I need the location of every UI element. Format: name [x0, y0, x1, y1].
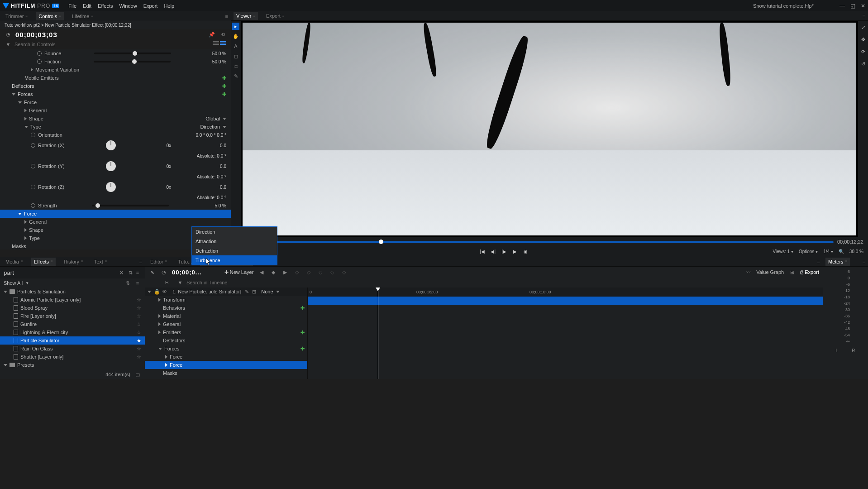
menu-window[interactable]: Window: [119, 3, 137, 9]
friction-value[interactable]: 50.0 %: [204, 59, 226, 64]
timeline-tracks[interactable]: 0 00;00;05;00 00;00;10;00: [308, 288, 823, 379]
add-icon[interactable]: ✚: [222, 91, 226, 97]
effects-search-input[interactable]: [4, 269, 119, 276]
timeline-clip[interactable]: [308, 297, 823, 305]
list-icon[interactable]: ≡: [134, 279, 141, 287]
expand-icon[interactable]: [24, 117, 27, 120]
kf-icon[interactable]: ◇: [293, 268, 300, 276]
keyframe-toggle[interactable]: [31, 133, 35, 137]
show-all-dropdown[interactable]: Show All: [4, 280, 23, 286]
sort-icon[interactable]: ⇅: [127, 269, 134, 276]
dropdown-item-attraction[interactable]: Attraction: [192, 236, 277, 246]
add-icon[interactable]: ✚: [222, 83, 226, 89]
layer-transform[interactable]: Transform: [163, 297, 186, 302]
graph-icon[interactable]: 〰: [744, 268, 752, 276]
loop-icon[interactable]: ◉: [522, 247, 530, 255]
layer-masks[interactable]: Masks: [163, 370, 177, 376]
slice-tool-icon[interactable]: ✂: [163, 279, 170, 286]
star-icon[interactable]: ☆: [137, 313, 141, 319]
tab-trimmer[interactable]: Trimmer≡: [3, 12, 30, 20]
timeline-timecode[interactable]: 00;00;0...: [172, 269, 202, 276]
export-button[interactable]: ⎙ Export: [800, 269, 819, 275]
text-tool-icon[interactable]: A: [232, 43, 239, 50]
panel-menu-icon[interactable]: ≡: [225, 14, 228, 19]
layer-behaviors[interactable]: Behaviors: [163, 305, 185, 311]
grid-icon[interactable]: ⊞: [250, 288, 258, 295]
collapse-icon[interactable]: [148, 291, 151, 293]
panel-menu-icon[interactable]: ≡: [139, 259, 142, 264]
orbit-tool-icon[interactable]: ⟳: [861, 49, 865, 55]
add-icon[interactable]: ✚: [300, 330, 305, 336]
layer-general[interactable]: General: [163, 321, 181, 327]
dropdown-item-turbulence[interactable]: Turbulence: [192, 255, 277, 265]
add-kf-icon[interactable]: ◆: [270, 268, 277, 276]
hand-tool-icon[interactable]: ✋: [232, 33, 239, 40]
layer-force-1[interactable]: Force: [170, 354, 182, 360]
fx-item[interactable]: Shatter [Layer only]: [20, 354, 63, 360]
expand-icon[interactable]: [4, 364, 7, 366]
prop-masks[interactable]: Masks: [12, 244, 26, 249]
next-kf-icon[interactable]: ▶: [281, 268, 289, 276]
timeline-search-input[interactable]: [186, 280, 818, 285]
prop-forces[interactable]: Forces: [18, 91, 33, 97]
rotation-dial[interactable]: [106, 182, 116, 192]
prop-movement-variation[interactable]: Movement Variation: [35, 67, 79, 72]
select-tool-icon[interactable]: ▸: [232, 23, 239, 30]
collapse-icon[interactable]: [158, 348, 162, 350]
fx-group[interactable]: Particles & Simulation: [17, 289, 66, 294]
menu-help[interactable]: Help: [164, 3, 174, 9]
keyframe-toggle[interactable]: [37, 59, 42, 64]
tab-text[interactable]: Text≡: [91, 258, 110, 266]
collapse-icon[interactable]: [12, 93, 15, 96]
step-fwd-icon[interactable]: |▶: [500, 247, 508, 255]
bounce-value[interactable]: 50.0 %: [204, 51, 226, 56]
menu-effects[interactable]: Effects: [98, 3, 113, 9]
list-view-icon[interactable]: [213, 41, 219, 48]
timeline-ruler[interactable]: 0 00;00;05;00 00;00;10;00: [308, 288, 823, 297]
layer-deflectors[interactable]: Deflectors: [163, 338, 186, 343]
preview-viewport[interactable]: [243, 23, 856, 235]
collapse-icon[interactable]: [24, 126, 28, 128]
keyframe-toggle[interactable]: [31, 143, 35, 148]
tab-export[interactable]: Export≡: [263, 12, 287, 20]
menu-edit[interactable]: Edit: [83, 3, 91, 9]
value-graph-toggle[interactable]: Value Graph: [756, 269, 784, 275]
timecode[interactable]: 00;00;03;03: [15, 31, 57, 38]
expand-icon[interactable]: [158, 314, 161, 318]
prop-mobile-emitters[interactable]: Mobile Emitters: [24, 75, 59, 81]
tab-history[interactable]: History≡: [61, 258, 86, 266]
list-icon[interactable]: ≡: [134, 269, 141, 276]
views-dropdown[interactable]: Views: 1 ▾: [773, 249, 793, 254]
scrub-thumb[interactable]: [379, 240, 383, 244]
prop-deflectors[interactable]: Deflectors: [12, 83, 34, 89]
keyframe-toggle[interactable]: [31, 203, 35, 208]
fx-item-selected[interactable]: Particle Simulator: [20, 338, 59, 343]
expand-icon[interactable]: [24, 220, 27, 224]
expand-icon[interactable]: [4, 291, 7, 293]
layer-force-2-selected[interactable]: Force: [170, 362, 182, 368]
maximize-viewer-icon[interactable]: ⤢: [861, 24, 865, 30]
clock-icon[interactable]: ◔: [160, 268, 167, 276]
close-button[interactable]: ✕: [861, 3, 865, 9]
zoom-icon[interactable]: 🔍: [839, 249, 844, 254]
star-icon[interactable]: ☆: [137, 330, 141, 336]
shape-tool-icon[interactable]: ◻: [232, 53, 239, 60]
shape-dropdown[interactable]: Global: [205, 116, 226, 121]
filter-icon[interactable]: ▼: [176, 279, 184, 286]
panel-menu-icon[interactable]: ≡: [863, 259, 865, 264]
star-icon[interactable]: ☆: [137, 305, 141, 311]
lock-icon[interactable]: 🔒: [153, 288, 161, 295]
add-icon[interactable]: ✚: [300, 346, 305, 352]
panel-menu-icon[interactable]: ≡: [863, 13, 865, 19]
reset-view-icon[interactable]: ↺: [861, 61, 865, 67]
keyframe-toggle[interactable]: [37, 51, 42, 56]
fx-item[interactable]: Rain On Glass: [20, 346, 53, 351]
fx-item[interactable]: Blood Spray: [20, 305, 48, 311]
tab-meters[interactable]: Meters≡: [825, 258, 850, 266]
collapse-icon[interactable]: [18, 213, 22, 215]
resolution-dropdown[interactable]: 1/4 ▾: [823, 249, 833, 254]
tab-lifetime[interactable]: Lifetime≡: [69, 12, 96, 20]
select-tool-icon[interactable]: ⬉: [148, 268, 156, 276]
dropdown-item-detraction[interactable]: Detraction: [192, 246, 277, 255]
tab-effects[interactable]: Effects≡: [31, 258, 56, 266]
